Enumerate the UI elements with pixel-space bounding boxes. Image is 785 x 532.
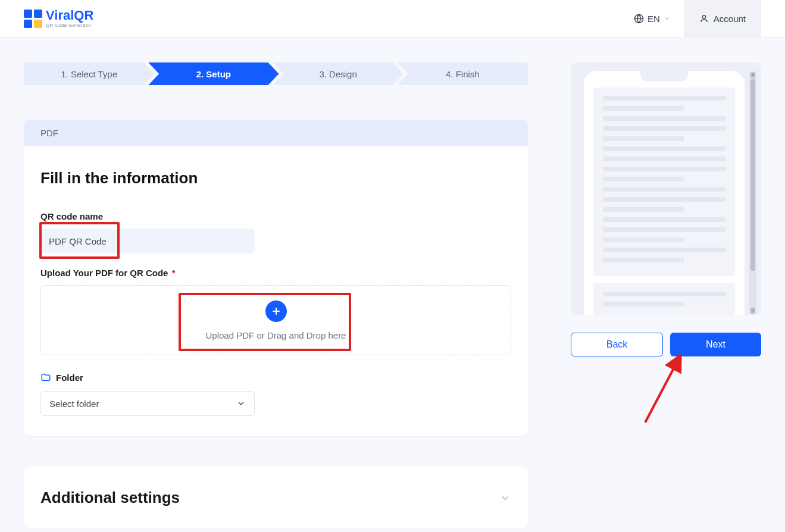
- account-button[interactable]: Account: [684, 0, 761, 37]
- preview-scrollbar[interactable]: [749, 71, 756, 315]
- back-button[interactable]: Back: [571, 333, 663, 356]
- upload-hint: Upload PDF or Drag and Drop here: [206, 330, 346, 340]
- folder-select-value: Select folder: [49, 399, 99, 409]
- wizard-steps: 1. Select Type 2. Setup 3. Design 4. Fin…: [24, 62, 528, 85]
- globe-icon: [634, 14, 644, 24]
- scroll-thumb[interactable]: [750, 79, 755, 271]
- plus-icon: [265, 301, 287, 322]
- chevron-down-icon: [236, 399, 246, 408]
- chevron-down-icon: [664, 15, 671, 22]
- folder-icon: [40, 372, 51, 383]
- scroll-up-icon[interactable]: [750, 72, 755, 78]
- required-marker: *: [172, 268, 176, 278]
- language-selector[interactable]: EN: [621, 14, 684, 24]
- app-header: ViralQR QR Code Generator EN Account: [0, 0, 785, 37]
- wizard-nav-buttons: Back Next: [571, 333, 761, 356]
- folder-section-label: Folder: [40, 372, 511, 383]
- brand-logo[interactable]: ViralQR QR Code Generator: [24, 9, 93, 28]
- chevron-down-icon: [499, 492, 511, 504]
- user-icon: [699, 14, 709, 23]
- card-title: PDF: [24, 120, 528, 146]
- brand-subtitle: QR Code Generator: [46, 23, 93, 28]
- scroll-down-icon[interactable]: [750, 308, 755, 314]
- account-label: Account: [714, 14, 746, 24]
- additional-settings-card[interactable]: Additional settings: [24, 467, 528, 528]
- additional-settings-title: Additional settings: [40, 489, 180, 507]
- step-setup[interactable]: 2. Setup: [148, 62, 279, 85]
- upload-label: Upload Your PDF for QR Code *: [40, 268, 511, 278]
- svg-point-1: [702, 15, 705, 18]
- phone-frame: [584, 71, 745, 315]
- logo-mark: [24, 10, 42, 28]
- pdf-setup-card: PDF Fill in the information QR code name…: [24, 120, 528, 436]
- step-select-type[interactable]: 1. Select Type: [24, 62, 154, 85]
- step-design[interactable]: 3. Design: [273, 62, 404, 85]
- form-heading: Fill in the information: [40, 169, 511, 187]
- qr-name-input[interactable]: [40, 229, 255, 254]
- qr-name-label: QR code name: [40, 211, 511, 221]
- next-button[interactable]: Next: [670, 333, 761, 356]
- phone-preview: [571, 62, 761, 315]
- language-label: EN: [648, 14, 660, 24]
- step-finish[interactable]: 4. Finish: [398, 62, 528, 85]
- folder-select[interactable]: Select folder: [40, 391, 255, 416]
- pdf-upload-dropzone[interactable]: Upload PDF or Drag and Drop here: [40, 285, 511, 355]
- brand-name: ViralQR: [46, 9, 93, 22]
